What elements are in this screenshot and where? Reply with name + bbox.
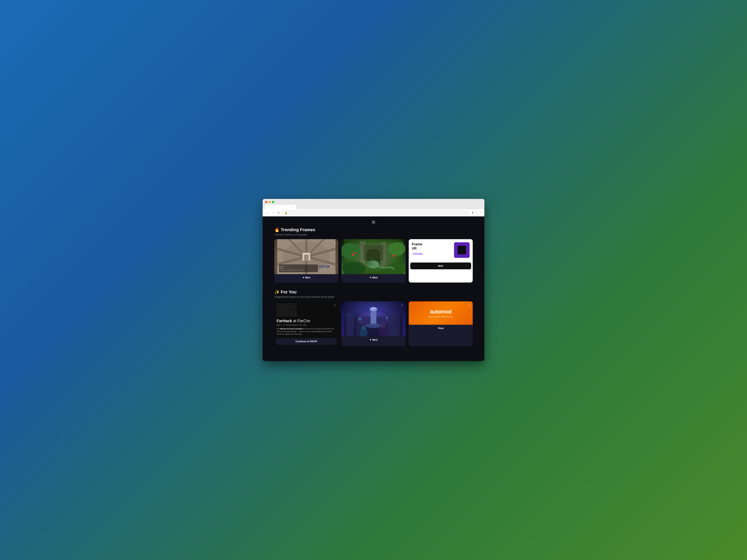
framevr-mint-button[interactable]: Mint — [410, 263, 471, 269]
arc-mint-icon: ✦ — [302, 276, 305, 279]
browser-tab[interactable]: × — [265, 205, 296, 209]
automod-card: ☆ automod Open Access. 48 hours only. Vi… — [409, 301, 473, 346]
automod-sub: Open Access. 48 hours only. — [428, 316, 453, 318]
svg-rect-11 — [304, 255, 309, 261]
svg-point-58 — [380, 323, 386, 329]
game-mint-icon: ✦ — [369, 338, 371, 341]
bookmark-icon[interactable]: ☆ — [475, 211, 478, 214]
for-you-cards-grid: ☆ 01001001011000100110100101110100 00100… — [274, 301, 473, 346]
automod-brand: automod — [430, 309, 452, 315]
arc-image: Order Link Effortlessly Decentralized So… — [274, 239, 338, 274]
svg-point-53 — [371, 307, 376, 309]
favicon-inner — [373, 221, 374, 223]
maximize-button[interactable] — [272, 201, 274, 203]
svg-point-64 — [379, 313, 380, 314]
game-star-button[interactable]: ☆ — [401, 303, 404, 307]
tab-close-button[interactable]: × — [292, 206, 293, 208]
svg-rect-49 — [393, 314, 400, 337]
tab-bar: × — [265, 205, 482, 209]
svg-point-56 — [361, 325, 366, 330]
svg-text:Effortlessly Decentralized Soc: Effortlessly Decentralized Social Networ… — [280, 269, 304, 271]
svg-point-40 — [363, 261, 364, 262]
close-button[interactable] — [265, 201, 267, 203]
framevr-title: Frame VR — [412, 242, 452, 251]
svg-point-33 — [393, 255, 395, 257]
automod-image: ☆ automod Open Access. 48 hours only. — [409, 301, 473, 325]
trending-title: 🔥 Trending Frames — [274, 227, 473, 232]
farhack-desc: the ultimate farcaster hackathon to lear… — [277, 328, 336, 336]
iguana-image: ☆ — [341, 239, 405, 274]
framevr-top: Frame VR Free mint ☆ — [409, 239, 473, 261]
arc-illustration: Order Link Effortlessly Decentralized So… — [274, 239, 338, 274]
game-image: ☆ — [341, 301, 405, 337]
svg-text:Mint Stuff: Mint Stuff — [320, 266, 325, 267]
arc-mint-button[interactable]: ✦ Mint — [276, 274, 337, 281]
menu-icon[interactable]: ⋮ — [479, 211, 482, 214]
framevr-logo-inner — [458, 246, 466, 254]
traffic-lights — [265, 201, 482, 203]
lock-icon: 🔒 — [285, 211, 287, 214]
iguana-card: ☆ ✦ Mint — [341, 239, 405, 283]
svg-rect-46 — [346, 313, 354, 337]
iguana-mint-button[interactable]: ✦ Mint — [343, 274, 404, 281]
for-you-section: ✨ For You Suggestions based on your pers… — [274, 290, 473, 346]
for-you-subtitle: Suggestions based on your personalized s… — [274, 295, 473, 298]
back-button[interactable]: ← — [265, 211, 269, 215]
svg-text:Link: Link — [280, 268, 283, 269]
trending-cards-grid: Order Link Effortlessly Decentralized So… — [274, 239, 473, 283]
farhack-rsvp-button[interactable]: Continue to RSVP — [276, 338, 337, 345]
svg-point-26 — [367, 249, 380, 257]
minimize-button[interactable] — [268, 201, 271, 203]
forward-button[interactable]: → — [271, 211, 275, 215]
automod-star-button[interactable]: ☆ — [468, 303, 471, 307]
for-you-title: ✨ For You — [274, 290, 473, 295]
svg-point-60 — [386, 317, 388, 319]
game-illustration — [341, 301, 405, 337]
svg-point-32 — [354, 252, 356, 254]
farhack-location: May 3 - 5, Venice Beach, CA, USA — [277, 324, 336, 326]
arc-card: Order Link Effortlessly Decentralized So… — [274, 239, 338, 283]
svg-point-59 — [358, 317, 361, 320]
svg-text:Build Stuff: Build Stuff — [326, 266, 331, 267]
framevr-badge: Free mint — [412, 252, 424, 255]
game-mint-button[interactable]: ✦ Mint — [343, 337, 404, 343]
trending-frames-section: 🔥 Trending Frames The top Frames on Farc… — [274, 227, 473, 283]
farhack-binary: 01001001011000100110100101110100 0010000… — [274, 301, 338, 319]
farhack-text: FarHack at FarCon May 3 - 5, Venice Beac… — [274, 319, 338, 338]
nav-actions: ⬆ ☆ ⋮ — [471, 211, 482, 214]
svg-point-31 — [352, 254, 354, 256]
share-icon[interactable]: ⬆ — [471, 211, 474, 214]
svg-point-62 — [377, 314, 378, 314]
farhack-card: ☆ 01001001011000100110100101110100 00100… — [274, 301, 338, 346]
trending-subtitle: The top Frames on Farcaster — [274, 233, 473, 236]
iguana-illustration — [341, 239, 405, 274]
nav-bar: ← → ↻ 🔒 ⬆ ☆ ⋮ — [263, 209, 484, 216]
browser-content: 🔥 Trending Frames The top Frames on Farc… — [263, 216, 484, 361]
farhack-title: FarHack at FarCon — [277, 319, 336, 323]
address-bar[interactable]: 🔒 — [282, 210, 470, 215]
svg-rect-51 — [370, 309, 377, 325]
arc-star-button[interactable]: ☆ — [334, 241, 336, 245]
farhack-star-button[interactable]: ☆ — [334, 303, 336, 307]
game-card: ☆ ✦ Mint — [341, 301, 405, 346]
automod-view-button[interactable]: View — [410, 325, 471, 331]
iguana-mint-icon: ✦ — [369, 276, 371, 279]
svg-point-61 — [369, 314, 370, 316]
svg-point-54 — [366, 323, 381, 328]
browser-chrome: × — [263, 199, 484, 209]
svg-text:Order: Order — [280, 266, 284, 267]
framevr-card: Frame VR Free mint ☆ Mint — [409, 239, 473, 283]
iguana-star-button[interactable]: ☆ — [401, 241, 404, 245]
page-favicon — [371, 220, 376, 224]
framevr-logo — [454, 242, 470, 258]
svg-point-63 — [367, 312, 368, 313]
refresh-button[interactable]: ↻ — [277, 211, 281, 215]
browser-window: × ← → ↻ 🔒 ⬆ ☆ ⋮ 🔥 Trending Frames The to… — [263, 199, 484, 361]
svg-rect-12 — [279, 264, 318, 272]
